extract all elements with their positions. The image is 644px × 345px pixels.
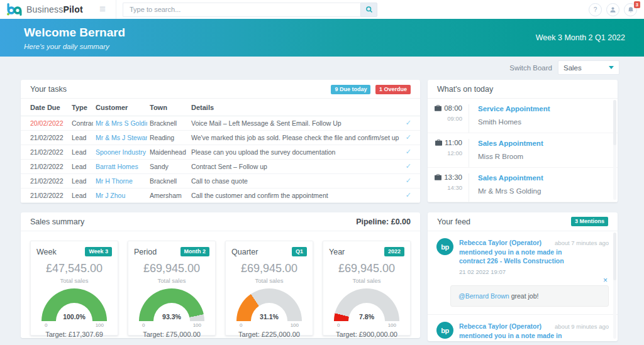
task-type: Lead: [69, 131, 93, 145]
gauge-scale-min: 0: [337, 322, 340, 328]
task-complete-check-icon[interactable]: ✓: [400, 145, 420, 160]
user-button[interactable]: [606, 3, 619, 16]
appointment-title-link[interactable]: Sales Appointment: [478, 174, 543, 182]
card-total-caption: Total sales: [134, 277, 209, 284]
scrollbar[interactable]: [613, 233, 616, 339]
task-customer-link[interactable]: Miss R Broom: [93, 203, 147, 204]
notifications-button[interactable]: 3: [624, 3, 637, 16]
task-complete-check-icon[interactable]: ✓: [400, 174, 420, 189]
task-customer-link[interactable]: Mr J Zhou: [93, 189, 147, 203]
task-town: Reading: [147, 131, 189, 145]
switchboard-label: Switch Board: [509, 64, 552, 72]
whats-on-title: What's on today: [437, 85, 493, 94]
gauge-scale-min: 0: [45, 322, 47, 328]
help-button[interactable]: ?: [589, 3, 602, 16]
pipeline-value: Pipeline: £0.00: [356, 217, 411, 226]
feed-mention-handle[interactable]: @Bernard Brown: [458, 292, 509, 300]
gauge-chart: 31.1% 0 100: [236, 288, 302, 328]
task-date-due: 21/02/2022: [21, 174, 69, 189]
task-customer-link[interactable]: Mr & Ms J Stewart: [93, 131, 147, 145]
card-period-badge: Q1: [292, 247, 307, 256]
briefcase-icon: [435, 140, 442, 146]
sales-card-quarter: Quarter Q1 £69,945.00 Total sales 31.1% …: [225, 241, 313, 336]
appointment-title-link[interactable]: Service Appointment: [478, 105, 550, 112]
help-icon: ?: [594, 6, 597, 13]
nav-divider: [116, 0, 116, 19]
column-header: Town: [147, 99, 189, 116]
appointment-item: 11:00 12:00 Sales Appointment Miss R Bro…: [428, 133, 618, 168]
appointment-customer: Mr & Mrs S Golding: [478, 187, 543, 195]
feed-title: Your feed: [437, 217, 470, 226]
gauge-percent-label: 93.3%: [139, 313, 204, 320]
task-date-due: 20/02/2022: [21, 116, 69, 131]
welcome-banner: Welcome Bernard Here's your daily summar…: [0, 19, 644, 57]
card-label: Quarter: [231, 248, 258, 256]
sales-summary-panel: Sales summary Pipeline: £0.00 Week Week …: [21, 212, 420, 338]
feed-note-text: great job!: [511, 292, 539, 300]
card-total-sales: £69,945.00: [134, 262, 209, 275]
top-navbar: BusinessPilot ≡ ? 3: [0, 0, 644, 19]
feed-datetime: 21 02 2022 19:07: [459, 268, 609, 275]
task-type: Lead: [69, 145, 93, 160]
brand-name: BusinessPilot: [26, 4, 83, 14]
task-details: Call the customer and confirm the appoin…: [189, 189, 400, 203]
task-row: 20/02/2022 Contract Mr & Mrs S Golding B…: [21, 116, 420, 131]
card-label: Year: [329, 248, 345, 256]
gauge-scale-max: 100: [193, 322, 201, 328]
due-today-badge: 9 Due today: [331, 85, 370, 94]
feed-panel: Your feed 3 Mentions bp Rebecca Taylor (…: [428, 212, 618, 341]
switchboard-selected-value: Sales: [564, 64, 582, 72]
task-details: Call to chase quote: [189, 174, 400, 189]
briefcase-icon: [435, 105, 441, 111]
feed-dismiss-icon[interactable]: ×: [436, 277, 608, 284]
task-complete-check-icon[interactable]: ✓: [400, 203, 420, 204]
card-period-badge: Week 3: [85, 247, 112, 256]
mentions-badge: 3 Mentions: [571, 217, 608, 226]
page-subtitle: Here's your daily summary: [24, 43, 125, 50]
appointment-end-time: 09:00: [428, 115, 462, 122]
feed-item: bp Rebecca Taylor (Operator) mentioned y…: [428, 231, 618, 314]
task-customer-link[interactable]: Barratt Homes: [93, 160, 147, 174]
task-complete-check-icon[interactable]: ✓: [400, 131, 420, 145]
card-total-caption: Total sales: [329, 277, 404, 284]
appointment-start-time: 11:00: [428, 139, 462, 146]
task-customer-link[interactable]: Mr H Thorne: [93, 174, 147, 189]
card-total-sales: £69,945.00: [329, 262, 404, 275]
switchboard-select[interactable]: Sales: [558, 60, 619, 75]
task-customer-link[interactable]: Spooner Industry: [93, 145, 147, 160]
search-input[interactable]: [123, 3, 360, 17]
card-label: Period: [134, 248, 157, 256]
card-target: Target: £17,307.69: [36, 331, 112, 338]
task-details: Please can you upload the survey documen…: [189, 145, 400, 160]
appointment-title-link[interactable]: Sales Appointment: [478, 140, 543, 147]
scrollbar[interactable]: [613, 100, 616, 200]
search-button[interactable]: [360, 3, 377, 17]
task-date-due: 21/02/2022: [21, 203, 69, 204]
task-complete-check-icon[interactable]: ✓: [400, 160, 420, 174]
task-town: New Milton: [147, 203, 189, 204]
card-period-badge: Month 2: [180, 247, 210, 256]
task-details: We've marked this job as sold. Please ch…: [189, 131, 400, 145]
column-header-actions: [400, 99, 420, 116]
task-type: Lead: [69, 189, 93, 203]
task-complete-check-icon[interactable]: ✓: [400, 116, 420, 131]
page-title: Welcome Bernard: [24, 26, 125, 40]
gauge-scale: 0 100: [139, 322, 204, 328]
gauge-scale: 0 100: [236, 322, 302, 328]
task-row: 21/02/2022 Lead Mr H Thorne Bracknell Ca…: [21, 174, 420, 189]
task-type: Lead: [69, 160, 93, 174]
feed-time-ago: about 7 minutes ago: [555, 239, 609, 246]
card-total-caption: Total sales: [231, 277, 307, 284]
task-customer-link[interactable]: Mr & Mrs S Golding: [93, 116, 147, 131]
task-complete-check-icon[interactable]: ✓: [400, 189, 420, 203]
brand-logo[interactable]: BusinessPilot: [0, 3, 92, 16]
card-label: Week: [36, 248, 57, 256]
nav-actions: ? 3: [589, 3, 644, 16]
gauge-scale-max: 100: [96, 322, 104, 328]
task-date-due: 21/02/2022: [21, 131, 69, 145]
column-header: Customer: [93, 99, 147, 116]
task-details: Please call the customer and confirm the…: [189, 203, 400, 204]
appointment-start-time: 08:00: [428, 104, 462, 112]
column-header: Type: [69, 99, 93, 116]
menu-toggle-icon[interactable]: ≡: [96, 3, 109, 16]
